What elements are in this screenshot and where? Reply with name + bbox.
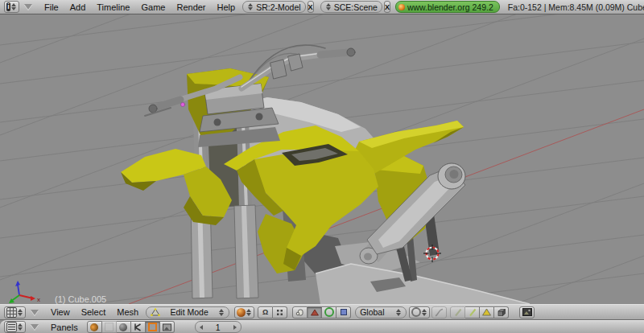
axis-gizmo: x <box>9 281 40 303</box>
editor-type-button[interactable]: i <box>4 1 19 13</box>
render-preview-icon <box>522 308 532 316</box>
menu-add[interactable]: Add <box>64 2 92 12</box>
logic-context-button[interactable] <box>87 321 102 333</box>
editor-type-button-3d[interactable] <box>4 306 26 319</box>
blender-window: x (1) Cube.005 i File Add Timeline Game … <box>0 0 644 333</box>
manipulator-axes-icon <box>276 309 283 316</box>
face-select-icon <box>341 309 347 315</box>
orientation-arrows-icon <box>396 309 401 316</box>
yellow-triangle-icon <box>482 308 491 316</box>
menu-view[interactable]: View <box>45 307 76 317</box>
blender-logo-icon <box>398 4 405 10</box>
limit-selection-button[interactable] <box>292 306 308 319</box>
vertex-select-button[interactable] <box>308 306 322 319</box>
cube-icon <box>497 308 506 317</box>
script-icon <box>105 323 114 331</box>
orientation-select[interactable]: Global <box>355 306 407 319</box>
scene-context-button[interactable] <box>160 321 175 333</box>
frame-decrement-icon[interactable] <box>200 325 203 330</box>
vertex-select-icon <box>311 309 319 316</box>
screen-selector-value: SR:2-Model <box>256 2 300 12</box>
version-text: www.blender.org 249.2 <box>407 2 493 12</box>
draw-type-button[interactable] <box>234 306 254 319</box>
editor-type-button-buttons[interactable] <box>4 321 26 333</box>
selected-vertex <box>181 103 185 107</box>
hand-icon <box>295 308 304 317</box>
dirtbike-model[interactable] <box>121 45 530 304</box>
editing-icon <box>148 323 157 331</box>
proportional-edit-icon <box>411 307 421 317</box>
buttons-header: Panels 1 <box>0 320 644 333</box>
menu-help[interactable]: Help <box>212 2 242 12</box>
mode-select-value: Edit Mode <box>171 307 208 317</box>
render-preview-button[interactable] <box>519 306 535 319</box>
logic-icon <box>90 323 98 331</box>
info-header: i File Add Timeline Game Render Help SR:… <box>0 0 644 14</box>
frame-increment-icon[interactable] <box>233 325 237 330</box>
mode-select-arrows-icon <box>219 309 224 316</box>
edge-select-button[interactable] <box>322 306 336 319</box>
frame-number-value: 1 <box>216 323 221 332</box>
occlude-geometry-button[interactable] <box>494 306 509 319</box>
menu-render[interactable]: Render <box>171 2 211 12</box>
editor-type-dropdown-icon <box>11 3 16 10</box>
version-badge: www.blender.org 249.2 <box>395 1 500 13</box>
menu-collapse-toggle-icon[interactable] <box>24 4 32 10</box>
proportional-edit-button[interactable] <box>409 306 430 319</box>
editing-context-button[interactable] <box>146 321 160 333</box>
menu-panels[interactable]: Panels <box>45 323 84 332</box>
orientation-value: Global <box>360 307 384 317</box>
screen-delete-button[interactable]: X <box>308 1 314 13</box>
menu-file[interactable]: File <box>39 2 64 12</box>
menu-timeline[interactable]: Timeline <box>91 2 135 12</box>
manipulator-axes-button[interactable] <box>273 306 287 319</box>
frame-number-field[interactable]: 1 <box>195 321 242 333</box>
falloff-curve-icon <box>435 308 444 317</box>
scene-selector[interactable]: SCE:Scene <box>320 1 382 13</box>
draw-type-arrows-icon <box>246 309 251 316</box>
snap-button-1[interactable] <box>450 306 465 319</box>
falloff-button[interactable] <box>431 306 447 319</box>
scene-context-icon <box>163 323 171 331</box>
scene-selector-value: SCE:Scene <box>334 2 378 12</box>
viewport-3d[interactable]: x (1) Cube.005 <box>0 14 644 304</box>
script-context-button[interactable] <box>102 321 117 333</box>
edge-select-icon <box>324 307 334 317</box>
normals-button[interactable] <box>480 306 494 319</box>
scene-stats: Fa:0-152 | Mem:8.45M (0.09M) Cube.005 <box>508 2 644 12</box>
scene-selector-arrows-icon <box>326 3 331 10</box>
buttons-menu-collapse-icon[interactable] <box>31 324 39 330</box>
object-context-icon <box>134 323 142 331</box>
axis-x-label: x <box>37 296 40 303</box>
info-editor-icon: i <box>6 2 10 11</box>
snap-slash-icon <box>469 308 477 317</box>
manipulator-toggle-button[interactable]: Ω <box>258 306 273 319</box>
editor-type-dropdown-icon-3d <box>18 309 23 316</box>
view3d-editor-icon <box>6 307 17 318</box>
buttons-editor-icon <box>6 322 17 332</box>
snap-slash-dim-icon <box>454 308 462 317</box>
solid-drawtype-icon <box>237 308 246 317</box>
screen-selector-arrows-icon <box>248 3 253 10</box>
snap-button-2[interactable] <box>465 306 480 319</box>
screen-selector[interactable]: SR:2-Model <box>242 1 305 13</box>
mode-select[interactable]: Edit Mode <box>146 306 229 319</box>
menu-mesh[interactable]: Mesh <box>111 307 144 317</box>
proportional-arrows-icon <box>422 309 427 316</box>
object-context-button[interactable] <box>131 321 146 333</box>
scene-delete-button[interactable]: X <box>384 1 390 13</box>
edit-mode-icon <box>151 308 160 316</box>
view3d-header: View Select Mesh Edit Mode Ω <box>0 304 644 320</box>
view3d-menu-collapse-icon[interactable] <box>31 310 39 315</box>
material-sphere-icon <box>119 323 127 331</box>
viewport-object-info: (1) Cube.005 <box>55 294 106 304</box>
face-select-button[interactable] <box>336 306 351 319</box>
menu-game[interactable]: Game <box>135 2 171 12</box>
menu-select[interactable]: Select <box>76 307 112 317</box>
shading-context-button[interactable] <box>117 321 131 333</box>
triple-clamp <box>198 84 280 147</box>
buttons-editor-arrows-icon <box>18 323 23 331</box>
